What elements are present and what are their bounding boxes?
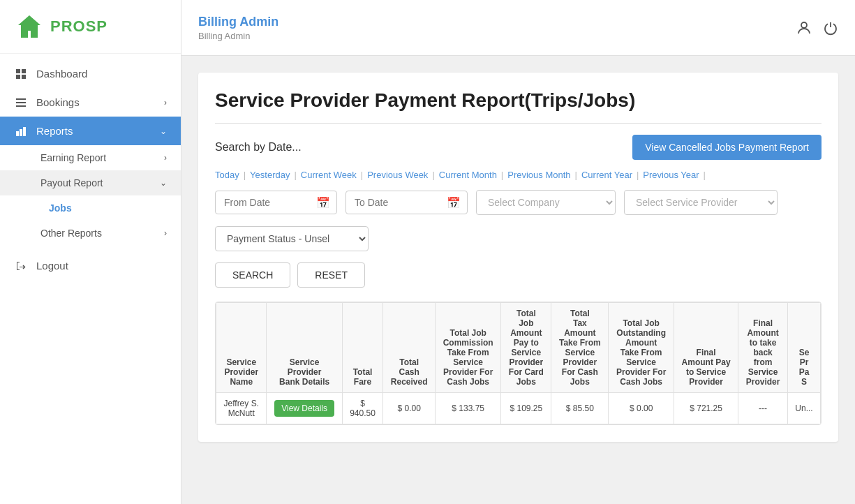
sidebar-item-logout[interactable]: Logout	[0, 251, 181, 280]
cell-cash: $ 0.00	[383, 393, 436, 424]
filter-previous-week[interactable]: Previous Week	[367, 170, 428, 180]
power-icon-button[interactable]	[823, 20, 838, 36]
col-header-commission: Total JobCommissionTake FromServiceProvi…	[436, 303, 501, 393]
to-date-wrap: 📅	[345, 191, 468, 214]
col-header-tax: TotalTaxAmountTake FromServiceProviderFo…	[551, 303, 609, 393]
cell-take-back: ---	[738, 393, 788, 424]
col-header-outstanding: Total JobOutstandingAmountTake FromServi…	[609, 303, 674, 393]
sidebar-item-bookings[interactable]: Bookings ›	[0, 88, 181, 117]
view-cancelled-jobs-button[interactable]: View Cancelled Jobs Payment Report	[632, 135, 821, 160]
reset-button[interactable]: RESET	[297, 262, 365, 288]
filter-current-month[interactable]: Current Month	[439, 170, 497, 180]
sidebar-item-dashboard-label: Dashboard	[36, 68, 87, 80]
filter-current-year[interactable]: Current Year	[581, 170, 632, 180]
bookings-chevron-icon: ›	[164, 98, 167, 108]
action-buttons: SEARCH RESET	[215, 262, 821, 288]
sidebar-nav: Dashboard Bookings › Reports ⌄	[0, 54, 181, 504]
main-content: Billing Admin Billing Admin Service Prov…	[181, 0, 855, 504]
header-actions	[796, 20, 838, 36]
svg-rect-7	[16, 102, 26, 103]
svg-rect-3	[22, 69, 26, 73]
earning-report-chevron-icon: ›	[164, 153, 167, 163]
view-details-button[interactable]: View Details	[274, 400, 334, 417]
sidebar-item-jobs-label: Jobs	[49, 202, 72, 214]
sidebar-item-other-reports[interactable]: Other Reports ›	[0, 221, 181, 246]
svg-rect-10	[20, 129, 22, 136]
cell-status: Un...	[787, 393, 820, 424]
sidebar-item-reports-label: Reports	[36, 125, 73, 137]
filter-yesterday[interactable]: Yesterday	[250, 170, 290, 180]
svg-rect-8	[16, 105, 26, 107]
svg-rect-9	[16, 131, 19, 136]
col-header-final-pay: FinalAmount Payto ServiceProvider	[674, 303, 738, 393]
col-header-bank: ServiceProviderBank Details	[267, 303, 342, 393]
sidebar-item-earning-report-label: Earning Report	[40, 152, 106, 163]
from-date-input[interactable]	[215, 191, 337, 214]
list-icon	[14, 97, 28, 108]
svg-rect-2	[16, 69, 20, 73]
header-title-block: Billing Admin Billing Admin	[198, 15, 278, 41]
sidebar: PROSP Dashboard Bookings ›	[0, 0, 181, 504]
sidebar-item-logout-label: Logout	[36, 260, 68, 272]
svg-rect-6	[16, 98, 26, 100]
search-header: Search by Date... View Cancelled Jobs Pa…	[215, 135, 821, 160]
cell-name: Jeffrey S.McNutt	[216, 393, 267, 424]
filter-row: 📅 📅 Select Company Select Service Provid…	[215, 190, 821, 215]
cell-tax: $ 85.50	[551, 393, 609, 424]
col-header-cash: TotalCashReceived	[383, 303, 436, 393]
other-reports-chevron-icon: ›	[164, 228, 167, 238]
logout-icon	[14, 260, 28, 272]
to-date-input[interactable]	[345, 191, 468, 214]
filter-today[interactable]: Today	[215, 170, 239, 180]
filter-row2: Payment Status - Unsel	[215, 226, 821, 251]
page-body: Service Provider Payment Report(Trips/Jo…	[181, 56, 855, 504]
sidebar-item-other-reports-label: Other Reports	[40, 228, 102, 239]
cell-commission: $ 133.75	[436, 393, 501, 424]
sidebar-item-payout-report[interactable]: Payout Report ⌄	[0, 170, 181, 195]
col-header-status: SePrPaS	[787, 303, 820, 393]
col-header-fare: TotalFare	[342, 303, 383, 393]
filter-previous-month[interactable]: Previous Month	[507, 170, 570, 180]
filter-previous-year[interactable]: Previous Year	[643, 170, 699, 180]
sidebar-item-reports[interactable]: Reports ⌄	[0, 117, 181, 145]
svg-rect-4	[16, 75, 20, 79]
cell-card-jobs: $ 109.25	[501, 393, 551, 424]
col-header-card-jobs: TotalJobAmountPay toServiceProviderFor C…	[501, 303, 551, 393]
cell-fare: $940.50	[342, 393, 383, 424]
logo-text: PROSP	[50, 17, 107, 36]
data-table: ServiceProviderName ServiceProviderBank …	[216, 302, 821, 424]
sidebar-item-payout-report-label: Payout Report	[40, 177, 103, 188]
logo-icon	[14, 11, 45, 42]
select-company-dropdown[interactable]: Select Company	[476, 190, 616, 215]
user-icon-button[interactable]	[796, 20, 812, 36]
date-filters: Today | Yesterday | Current Week | Previ…	[215, 170, 821, 180]
sidebar-item-dashboard[interactable]: Dashboard	[0, 59, 181, 88]
svg-rect-11	[23, 127, 26, 136]
sidebar-item-earning-report[interactable]: Earning Report ›	[0, 145, 181, 170]
cell-bank: View Details	[267, 393, 342, 424]
svg-point-12	[801, 22, 807, 28]
bar-chart-icon	[14, 126, 28, 137]
col-header-name: ServiceProviderName	[216, 303, 267, 393]
search-button[interactable]: SEARCH	[215, 262, 290, 288]
cell-final-pay: $ 721.25	[674, 393, 738, 424]
main-card: Service Provider Payment Report(Trips/Jo…	[198, 73, 838, 442]
header-title: Billing Admin	[198, 15, 278, 29]
sidebar-item-jobs[interactable]: Jobs	[0, 195, 181, 221]
logo: PROSP	[0, 0, 181, 54]
payout-report-chevron-icon: ⌄	[160, 178, 167, 188]
select-provider-dropdown[interactable]: Select Service Provider	[624, 190, 778, 215]
col-header-take-back: FinalAmountto takebackfromServiceProvide…	[738, 303, 788, 393]
search-by-date-label: Search by Date...	[215, 141, 302, 154]
table-row: Jeffrey S.McNutt View Details $940.50 $ …	[216, 393, 821, 424]
reports-chevron-icon: ⌄	[160, 126, 167, 136]
grid-icon	[14, 68, 28, 80]
cell-outstanding: $ 0.00	[609, 393, 674, 424]
filter-current-week[interactable]: Current Week	[301, 170, 357, 180]
header-subtitle: Billing Admin	[198, 31, 278, 41]
from-date-wrap: 📅	[215, 191, 337, 214]
payment-status-dropdown[interactable]: Payment Status - Unsel	[215, 226, 369, 251]
page-title: Service Provider Payment Report(Trips/Jo…	[215, 89, 821, 124]
svg-rect-5	[22, 75, 26, 79]
header: Billing Admin Billing Admin	[181, 0, 855, 56]
